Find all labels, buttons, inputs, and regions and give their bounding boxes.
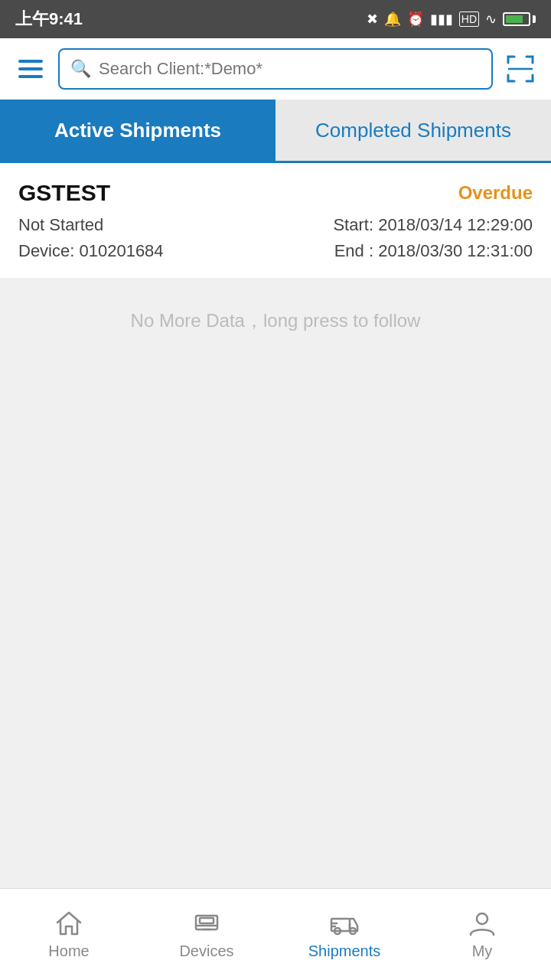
card-right-info: Start: 2018/03/14 12:29:00 End : 2018/03… [333, 215, 533, 261]
scan-button[interactable] [502, 51, 539, 87]
alarm-icon: ⏰ [407, 11, 424, 28]
nav-item-my[interactable]: My [413, 889, 551, 980]
status-time: 上午9:41 [15, 8, 83, 31]
nav-item-home[interactable]: Home [0, 889, 138, 980]
shipment-status: Overdue [458, 182, 533, 204]
search-box[interactable]: 🔍 [58, 48, 493, 90]
main-content [0, 364, 551, 888]
devices-icon [192, 909, 221, 938]
nav-label-shipments: Shipments [308, 942, 381, 960]
card-left-info: Not Started Device: 010201684 [18, 215, 164, 261]
search-icon: 🔍 [70, 59, 91, 79]
nav-label-my: My [472, 942, 493, 960]
search-input[interactable] [99, 59, 481, 79]
status-icons: ✖ 🔔 ⏰ ▮▮▮ HD ∿ [367, 11, 536, 28]
tabs-container: Active Shipments Completed Shipments [0, 100, 551, 161]
shipment-device: Device: 010201684 [18, 241, 164, 261]
shipment-name: GSTEST [18, 180, 110, 206]
svg-point-10 [477, 913, 487, 924]
shipments-icon [330, 909, 359, 938]
nav-label-home: Home [48, 942, 89, 960]
battery-icon [503, 12, 536, 26]
no-more-data: No More Data，long press to follow [0, 278, 551, 364]
shipment-card[interactable]: GSTEST Overdue Not Started Device: 01020… [0, 163, 551, 278]
wifi-icon: ∿ [485, 11, 497, 28]
card-row-top: GSTEST Overdue [18, 180, 533, 206]
signal-icon: ▮▮▮ [430, 11, 453, 28]
menu-button[interactable] [12, 54, 49, 84]
shipment-end-date: End : 2018/03/30 12:31:00 [333, 241, 533, 261]
card-row-bottom: Not Started Device: 010201684 Start: 201… [18, 215, 533, 261]
bottom-nav: Home Devices Shipments [0, 888, 551, 980]
tab-active-shipments[interactable]: Active Shipments [0, 100, 276, 161]
shipment-start-date: Start: 2018/03/14 12:29:00 [333, 215, 533, 235]
tab-completed-shipments[interactable]: Completed Shipments [276, 100, 551, 161]
notification-icon: 🔔 [384, 11, 401, 28]
nav-item-shipments[interactable]: Shipments [276, 889, 413, 980]
nav-item-devices[interactable]: Devices [138, 889, 276, 980]
my-icon [468, 909, 497, 938]
status-bar: 上午9:41 ✖ 🔔 ⏰ ▮▮▮ HD ∿ [0, 0, 551, 38]
nav-label-devices: Devices [179, 942, 233, 960]
hd-signal-icon: HD [459, 11, 479, 27]
top-bar: 🔍 [0, 38, 551, 100]
svg-rect-3 [200, 918, 214, 923]
home-icon [54, 909, 83, 938]
bluetooth-icon: ✖ [367, 11, 378, 28]
shipment-not-started: Not Started [18, 215, 164, 235]
